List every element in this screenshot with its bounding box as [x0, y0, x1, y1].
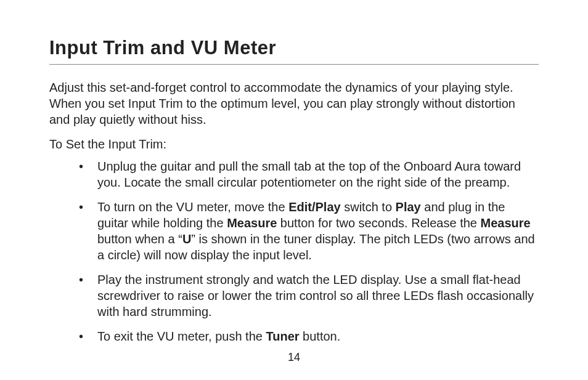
bold-text: Tuner — [266, 329, 299, 343]
subhead: To Set the Input Trim: — [49, 136, 539, 152]
bold-text: U — [182, 232, 191, 246]
bold-text: Play — [396, 200, 421, 214]
text: To exit the VU meter, push the — [97, 329, 266, 343]
text: switch to — [341, 200, 396, 214]
bold-text: Measure — [227, 216, 277, 230]
text: To turn on the VU meter, move the — [97, 200, 288, 214]
bold-text: Edit/Play — [288, 200, 340, 214]
list-item: Play the instrument strongly and watch t… — [79, 272, 539, 320]
page-title: Input Trim and VU Meter — [49, 37, 539, 65]
text: button for two seconds. Release the — [277, 216, 480, 230]
intro-paragraph: Adjust this set-and-forget control to ac… — [49, 79, 539, 127]
list-item: To turn on the VU meter, move the Edit/P… — [79, 199, 539, 263]
text: button when a “ — [97, 232, 182, 246]
list-item: To exit the VU meter, push the Tuner but… — [79, 328, 539, 344]
list-item: Unplug the guitar and pull the small tab… — [79, 158, 539, 190]
text: button. — [300, 329, 341, 343]
page-number: 14 — [0, 351, 588, 364]
document-page: Input Trim and VU Meter Adjust this set-… — [0, 0, 588, 380]
bold-text: Measure — [481, 216, 531, 230]
bullet-list: Unplug the guitar and pull the small tab… — [49, 158, 539, 344]
